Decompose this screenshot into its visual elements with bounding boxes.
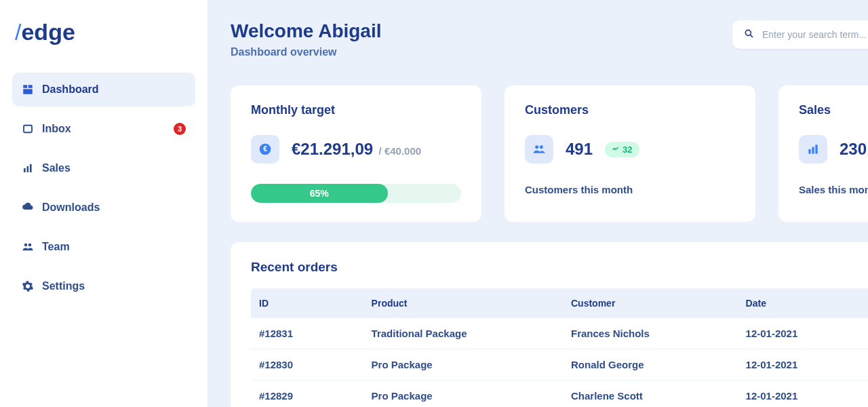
cell-product: Traditional Package — [363, 318, 563, 349]
card-title: Customers — [525, 103, 735, 117]
header: Welcome Abigail Dashboard overview — [231, 20, 868, 58]
customers-icon — [525, 135, 553, 163]
card-sales: Sales 230 Sales this month — [778, 85, 868, 222]
target-goal: / €40.000 — [379, 145, 422, 157]
team-icon — [22, 241, 42, 253]
sidebar-item-label: Team — [42, 241, 70, 253]
card-footer: Customers this month — [525, 184, 735, 195]
sidebar-item-sales[interactable]: Sales — [12, 151, 195, 185]
card-title: Monthly target — [251, 103, 461, 117]
orders-title: Recent orders — [251, 260, 868, 275]
settings-icon — [22, 280, 42, 292]
cell-product: Pro Package — [363, 381, 563, 408]
sales-value: 230 — [840, 140, 867, 159]
recent-orders-panel: Recent orders ID Product Customer Date #… — [231, 242, 868, 407]
svg-rect-16 — [812, 147, 814, 154]
logo: /edge — [12, 16, 195, 59]
table-row[interactable]: #12829 Pro Package Charlene Scott 12-01-… — [251, 381, 868, 408]
inbox-badge: 3 — [174, 123, 186, 135]
sidebar-item-label: Downloads — [42, 201, 100, 214]
cell-id: #12831 — [251, 318, 363, 349]
svg-rect-0 — [23, 85, 27, 88]
nav: Dashboard Inbox 3 Sales Downloads — [12, 73, 195, 303]
customers-delta: 32 — [623, 144, 632, 155]
sidebar-item-dashboard[interactable]: Dashboard — [12, 73, 195, 106]
inbox-icon — [22, 123, 42, 135]
col-date: Date — [738, 288, 868, 318]
dashboard-icon — [22, 83, 42, 96]
sidebar-item-label: Inbox — [42, 123, 71, 135]
target-value: €21.291,09 — [292, 140, 373, 158]
trend-up-icon — [612, 145, 620, 153]
cell-id: #12829 — [251, 381, 363, 408]
sidebar-item-inbox[interactable]: Inbox 3 — [12, 112, 195, 146]
downloads-icon — [22, 201, 42, 214]
svg-rect-3 — [24, 125, 32, 133]
logo-name: edge — [21, 19, 75, 45]
sidebar-item-label: Settings — [42, 280, 85, 292]
cell-date: 12-01-2021 — [738, 318, 868, 349]
svg-rect-6 — [30, 164, 32, 172]
page-title: Welcome Abigail — [231, 20, 732, 42]
search-input[interactable] — [761, 28, 868, 41]
cell-id: #12830 — [251, 349, 363, 381]
table-row[interactable]: #12830 Pro Package Ronald George 12-01-2… — [251, 349, 868, 381]
card-customers: Customers 491 32 Customers this month — [505, 85, 755, 222]
svg-rect-15 — [808, 149, 810, 154]
svg-rect-2 — [23, 89, 33, 94]
card-monthly-target: Monthly target € €21.291,09 / €40.000 65… — [231, 85, 481, 222]
euro-icon: € — [251, 135, 279, 163]
cell-customer: Frances Nichols — [563, 318, 738, 349]
customers-delta-chip: 32 — [605, 142, 639, 157]
svg-text:€: € — [263, 145, 267, 153]
summary-cards: Monthly target € €21.291,09 / €40.000 65… — [231, 85, 868, 222]
sidebar-item-settings[interactable]: Settings — [12, 269, 195, 303]
svg-point-7 — [24, 244, 28, 247]
search-box[interactable] — [732, 20, 868, 49]
sales-icon — [22, 162, 42, 174]
cell-customer: Charlene Scott — [563, 381, 738, 408]
sidebar-item-label: Dashboard — [42, 83, 99, 96]
card-footer: Sales this month — [799, 184, 868, 195]
orders-table: ID Product Customer Date #12831 Traditio… — [251, 288, 868, 407]
page-subtitle: Dashboard overview — [231, 46, 732, 58]
sidebar-item-team[interactable]: Team — [12, 230, 195, 264]
svg-point-9 — [745, 30, 751, 35]
col-customer: Customer — [563, 288, 738, 318]
sidebar: /edge Dashboard Inbox 3 Sales — [0, 0, 208, 407]
cell-customer: Ronald George — [563, 349, 738, 381]
svg-point-8 — [28, 244, 32, 247]
col-product: Product — [363, 288, 563, 318]
cell-date: 12-01-2021 — [738, 349, 868, 381]
cell-date: 12-01-2021 — [738, 381, 868, 408]
chart-icon — [799, 135, 827, 163]
customers-value: 491 — [566, 140, 593, 159]
progress-fill: 65% — [251, 184, 388, 203]
svg-point-14 — [540, 145, 543, 149]
svg-rect-1 — [28, 85, 33, 88]
svg-rect-4 — [24, 168, 26, 172]
table-row[interactable]: #12831 Traditional Package Frances Nicho… — [251, 318, 868, 349]
svg-line-10 — [751, 35, 753, 37]
col-id: ID — [251, 288, 363, 318]
card-title: Sales — [799, 103, 868, 117]
svg-rect-17 — [815, 144, 817, 153]
cell-product: Pro Package — [363, 349, 563, 381]
sidebar-item-label: Sales — [42, 162, 71, 174]
search-icon — [743, 28, 761, 41]
svg-point-13 — [535, 145, 538, 149]
progress-bar: 65% — [251, 184, 461, 203]
svg-rect-5 — [27, 166, 29, 172]
sidebar-item-downloads[interactable]: Downloads — [12, 191, 195, 225]
main: Welcome Abigail Dashboard overview Month… — [208, 0, 868, 407]
